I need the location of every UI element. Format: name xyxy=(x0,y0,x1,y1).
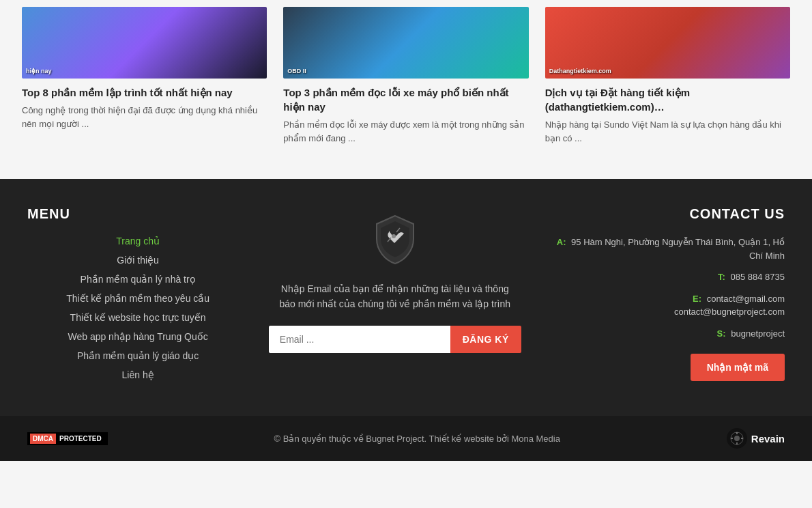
thumb-overlay-2: OBD II xyxy=(287,68,306,74)
contact-phone: T: 085 884 8735 xyxy=(541,270,785,284)
footer-center: Nhập Email của bạn để nhận những tài liệ… xyxy=(262,206,527,389)
contact-phone-value: 085 884 8735 xyxy=(730,272,785,282)
articles-grid: hiện nay Top 8 phần mềm lập trình tốt nh… xyxy=(0,0,812,158)
email-submit-button[interactable]: ĐĂNG KÝ xyxy=(450,326,521,353)
footer-menu-item-5[interactable]: Thiết kế website học trực tuyến xyxy=(27,312,248,323)
svg-point-0 xyxy=(392,234,396,238)
revain-badge[interactable]: Revain xyxy=(727,428,785,449)
dmca-label: DMCA xyxy=(30,434,56,444)
contact-address: A: 95 Hàm Nghi, Phường Nguyễn Thái Bình,… xyxy=(541,236,785,262)
revain-label: Revain xyxy=(751,433,785,444)
contact-email-value2: contact@bugnetproject.com xyxy=(674,307,785,317)
article-card-2[interactable]: OBD II Top 3 phần mềm đọc lỗi xe máy phổ… xyxy=(275,7,536,145)
article-excerpt-2: Phần mềm đọc lỗi xe máy được xem là một … xyxy=(283,118,528,145)
footer-menu-link-6[interactable]: Web app nhập hàng Trung Quốc xyxy=(27,331,248,342)
article-thumb-1: hiện nay xyxy=(22,7,267,79)
footer-menu-link-8[interactable]: Liên hệ xyxy=(27,369,248,380)
articles-section: hiện nay Top 8 phần mềm lập trình tốt nh… xyxy=(0,0,812,179)
footer-menu-link-4[interactable]: Thiết kế phần mềm theo yêu cầu xyxy=(27,293,248,304)
contact-phone-label: T: xyxy=(718,272,725,282)
article-title-1: Top 8 phần mềm lập trình tốt nhất hiện n… xyxy=(22,85,267,100)
footer-menu-link-1[interactable]: Trang chủ xyxy=(27,236,248,246)
footer-menu-link-2[interactable]: Giới thiệu xyxy=(27,255,248,266)
contact-skype-label: S: xyxy=(717,328,726,339)
revain-icon xyxy=(727,428,747,449)
footer-menu: MENU Trang chủ Giới thiệu Phần mềm quản … xyxy=(27,206,248,389)
article-card-1[interactable]: hiện nay Top 8 phần mềm lập trình tốt nh… xyxy=(14,7,275,145)
article-excerpt-1: Công nghệ trong thời hiện đại đã được ứn… xyxy=(22,104,267,130)
footer-menu-item-3[interactable]: Phần mềm quản lý nhà trọ xyxy=(27,274,248,285)
footer-shield-logo xyxy=(371,213,419,268)
footer-contact: CONTACT US A: 95 Hàm Nghi, Phường Nguyễn… xyxy=(541,206,785,389)
footer-center-text: Nhập Email của bạn để nhận những tài liệ… xyxy=(279,281,511,312)
email-form: ĐĂNG KÝ xyxy=(269,326,521,353)
footer-menu-list: Trang chủ Giới thiệu Phần mềm quản lý nh… xyxy=(27,236,248,380)
contact-address-value: 95 Hàm Nghi, Phường Nguyễn Thái Bình, Qu… xyxy=(571,237,785,261)
footer-menu-link-3[interactable]: Phần mềm quản lý nhà trọ xyxy=(27,274,248,285)
article-title-2: Top 3 phần mềm đọc lỗi xe máy phổ biến n… xyxy=(283,85,528,114)
contact-email: E: contact@gmail.com contact@bugnetproje… xyxy=(541,292,785,319)
dmca-text: DMCA PROTECTED xyxy=(27,432,108,445)
footer-menu-item-1[interactable]: Trang chủ xyxy=(27,236,248,246)
article-thumb-3: Dathangtietkiem.com xyxy=(545,7,790,79)
footer-menu-item-8[interactable]: Liên hệ xyxy=(27,369,248,380)
footer-inner: MENU Trang chủ Giới thiệu Phần mềm quản … xyxy=(0,206,812,416)
footer-menu-title: MENU xyxy=(27,206,248,222)
footer-menu-item-4[interactable]: Thiết kế phần mềm theo yêu cầu xyxy=(27,293,248,304)
footer-menu-item-7[interactable]: Phần mềm quản lý giáo dục xyxy=(27,350,248,361)
footer-copyright: © Bản quyền thuộc về Bugnet Project. Thi… xyxy=(108,434,727,444)
thumb-overlay-3: Dathangtietkiem.com xyxy=(549,68,611,74)
footer-contact-title: CONTACT US xyxy=(541,206,785,222)
dmca-protected-label: PROTECTED xyxy=(56,434,105,444)
thumb-overlay-1: hiện nay xyxy=(26,68,52,74)
article-title-3: Dịch vụ tại Đặt hàng tiết kiệm (dathangt… xyxy=(545,85,790,114)
contact-skype-value: bugnetproject xyxy=(731,328,785,339)
footer-menu-link-7[interactable]: Phần mềm quản lý giáo dục xyxy=(27,350,248,361)
article-excerpt-3: Nhập hàng tại Sundo Việt Nam là sự lựa c… xyxy=(545,118,790,145)
footer-menu-item-6[interactable]: Web app nhập hàng Trung Quốc xyxy=(27,331,248,342)
article-card-3[interactable]: Dathangtietkiem.com Dịch vụ tại Đặt hàng… xyxy=(537,7,798,145)
contact-skype: S: bugnetproject xyxy=(541,327,785,341)
footer-menu-link-5[interactable]: Thiết kế website học trực tuyến xyxy=(27,312,248,323)
contact-address-label: A: xyxy=(557,237,566,247)
footer-menu-item-2[interactable]: Giới thiệu xyxy=(27,255,248,266)
footer: MENU Trang chủ Giới thiệu Phần mềm quản … xyxy=(0,179,812,461)
nhan-mat-ma-button[interactable]: Nhận mật mã xyxy=(691,354,785,381)
contact-email-label: E: xyxy=(693,294,701,304)
svg-point-2 xyxy=(734,436,740,441)
article-thumb-2: OBD II xyxy=(283,7,528,79)
contact-email-value1: contact@gmail.com xyxy=(707,294,785,304)
dmca-badge[interactable]: DMCA PROTECTED xyxy=(27,432,108,445)
email-input[interactable] xyxy=(269,326,450,353)
footer-bottom: DMCA PROTECTED © Bản quyền thuộc về Bugn… xyxy=(0,416,812,461)
